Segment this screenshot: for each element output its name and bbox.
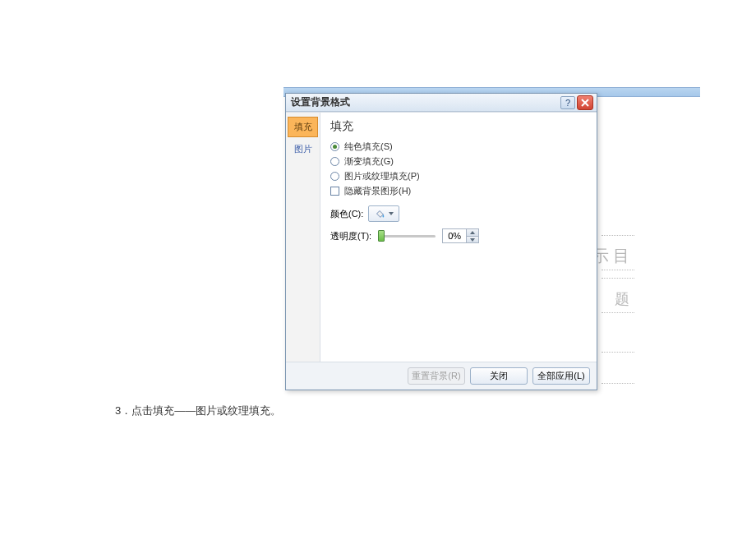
placeholder-line <box>602 235 634 236</box>
dialog-button-row: 重置背景(R) 关闭 全部应用(L) <box>286 362 597 390</box>
option-label: 渐变填充(G) <box>344 155 394 168</box>
color-picker-button[interactable] <box>368 205 399 222</box>
spinner-down[interactable] <box>467 236 478 242</box>
radio-icon <box>330 157 339 166</box>
slider-track <box>378 235 436 238</box>
spinner-up[interactable] <box>467 229 478 236</box>
transparency-slider[interactable] <box>378 230 436 242</box>
option-hide-background[interactable]: 隐藏背景图形(H) <box>330 185 587 197</box>
slider-thumb[interactable] <box>378 230 385 242</box>
document-step-text: 3．点击填充——图片或纹理填充。 <box>115 404 281 418</box>
option-solid-fill[interactable]: 纯色填充(S) <box>330 141 587 153</box>
chevron-down-icon <box>470 238 475 242</box>
option-gradient-fill[interactable]: 渐变填充(G) <box>330 155 587 168</box>
bg-text-fragment: 题 <box>615 289 629 309</box>
close-button[interactable] <box>577 95 593 110</box>
fill-panel: 填充 纯色填充(S) 渐变填充(G) 图片或纹理填充(P) 隐藏背景图形(H) … <box>320 113 597 362</box>
chevron-up-icon <box>470 231 475 234</box>
option-label: 隐藏背景图形(H) <box>344 185 411 197</box>
checkbox-icon <box>330 187 339 196</box>
option-picture-fill[interactable]: 图片或纹理填充(P) <box>330 170 587 182</box>
transparency-value: 0% <box>443 231 466 241</box>
paint-bucket-icon <box>374 208 385 219</box>
format-background-dialog: 设置背景格式 ? 填充 图片 填充 纯色填充(S) 渐变填充(G) 图片或纹理填… <box>285 93 597 390</box>
dialog-titlebar[interactable]: 设置背景格式 ? <box>286 94 597 112</box>
placeholder-line <box>602 278 634 279</box>
placeholder-line <box>602 352 634 353</box>
color-label: 颜色(C): <box>330 208 363 220</box>
placeholder-line <box>602 383 634 384</box>
transparency-spinner[interactable]: 0% <box>442 228 479 243</box>
bg-text-fragment: 示 目 <box>592 245 629 267</box>
apply-all-button[interactable]: 全部应用(L) <box>532 367 590 385</box>
placeholder-line <box>602 270 634 270</box>
help-button[interactable]: ? <box>560 96 575 109</box>
tab-picture[interactable]: 图片 <box>288 139 318 159</box>
close-icon <box>581 99 589 107</box>
option-label: 图片或纹理填充(P) <box>344 170 420 182</box>
transparency-label: 透明度(T): <box>330 230 371 242</box>
side-tabs: 填充 图片 <box>286 113 320 362</box>
option-label: 纯色填充(S) <box>344 141 393 153</box>
dialog-body: 填充 图片 填充 纯色填充(S) 渐变填充(G) 图片或纹理填充(P) 隐藏背景… <box>286 112 597 362</box>
close-dialog-button[interactable]: 关闭 <box>470 367 528 385</box>
dialog-title: 设置背景格式 <box>291 95 350 109</box>
tab-fill[interactable]: 填充 <box>288 117 318 137</box>
chevron-down-icon <box>389 212 394 215</box>
reset-background-button: 重置背景(R) <box>408 367 465 385</box>
panel-title: 填充 <box>330 119 587 134</box>
radio-icon <box>330 172 339 181</box>
radio-icon <box>330 142 339 151</box>
placeholder-line <box>602 312 634 313</box>
